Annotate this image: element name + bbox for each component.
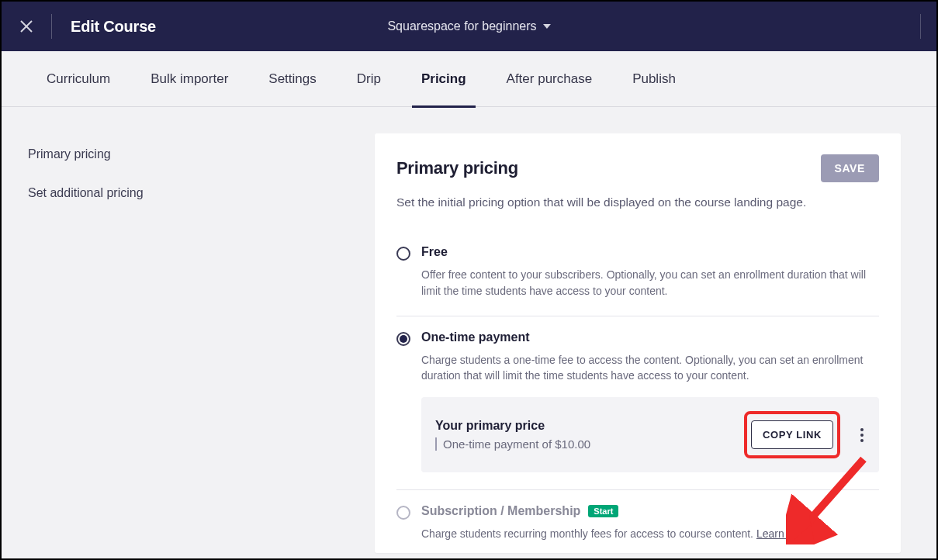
- radio-one-time[interactable]: [396, 332, 410, 346]
- tab-publish[interactable]: Publish: [632, 51, 676, 107]
- tab-curriculum[interactable]: Curriculum: [47, 51, 110, 107]
- sidebar-item-additional-pricing[interactable]: Set additional pricing: [28, 186, 375, 200]
- tab-pricing[interactable]: Pricing: [421, 51, 466, 107]
- learn-more-link[interactable]: Learn more: [756, 527, 812, 540]
- radio-subscription[interactable]: [396, 506, 410, 520]
- save-button[interactable]: SAVE: [821, 154, 880, 182]
- option-free-desc: Offer free content to your subscribers. …: [421, 267, 879, 299]
- option-subscription-desc: Charge students recurring monthly fees f…: [421, 526, 879, 542]
- option-one-time: One-time payment Charge students a one-t…: [396, 316, 879, 491]
- top-bar: Edit Course Squarespace for beginners: [2, 2, 936, 51]
- divider: [51, 14, 52, 39]
- radio-free[interactable]: [396, 247, 410, 261]
- option-subscription-title-text: Subscription / Membership: [421, 504, 580, 518]
- price-card-value: One-time payment of $10.00: [435, 437, 590, 451]
- pricing-sidebar: Primary pricing Set additional pricing: [28, 133, 375, 553]
- option-one-time-title: One-time payment: [421, 330, 879, 344]
- tab-drip[interactable]: Drip: [357, 51, 381, 107]
- sidebar-item-primary-pricing[interactable]: Primary pricing: [28, 147, 375, 161]
- tab-settings[interactable]: Settings: [268, 51, 316, 107]
- external-link-icon: ↗: [815, 528, 823, 540]
- panel-subtitle: Set the initial pricing option that will…: [396, 193, 879, 211]
- caret-down-icon: [543, 24, 551, 29]
- page-title: Edit Course: [71, 18, 156, 36]
- option-free: Free Offer free content to your subscrib…: [396, 231, 879, 316]
- option-subscription-title: Subscription / Membership Start: [421, 504, 879, 518]
- close-icon[interactable]: [2, 2, 51, 51]
- option-subscription: Subscription / Membership Start Charge s…: [396, 490, 879, 545]
- primary-pricing-panel: Primary pricing SAVE Set the initial pri…: [375, 133, 901, 553]
- option-free-title: Free: [421, 245, 879, 259]
- annotation-highlight: COPY LINK: [744, 411, 840, 458]
- more-options-icon[interactable]: [860, 428, 864, 442]
- course-name: Squarespace for beginners: [387, 19, 536, 33]
- tab-bulk-importer[interactable]: Bulk importer: [151, 51, 228, 107]
- panel-title: Primary pricing: [396, 158, 518, 178]
- copy-link-button[interactable]: COPY LINK: [751, 420, 833, 449]
- price-card-title: Your primary price: [435, 419, 590, 433]
- option-one-time-desc: Charge students a one-time fee to access…: [421, 352, 879, 384]
- tab-bar: Curriculum Bulk importer Settings Drip P…: [2, 51, 936, 107]
- tab-after-purchase[interactable]: After purchase: [507, 51, 593, 107]
- start-badge: Start: [588, 505, 618, 517]
- primary-price-card: Your primary price One-time payment of $…: [421, 397, 879, 472]
- course-selector[interactable]: Squarespace for beginners: [387, 19, 550, 33]
- divider: [920, 14, 921, 39]
